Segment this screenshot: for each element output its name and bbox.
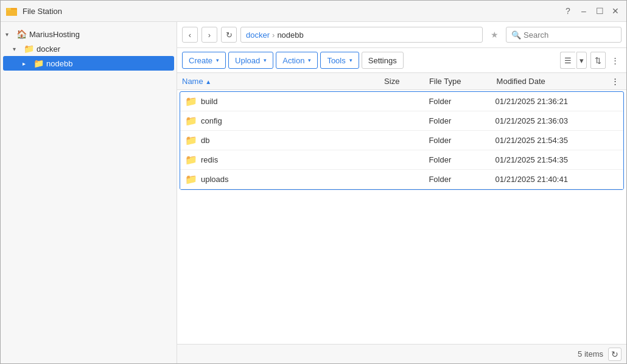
sidebar-label-docker: docker (37, 44, 60, 54)
status-bar: 5 items ↻ (177, 344, 626, 363)
file-name-cell: 📁build (180, 92, 380, 111)
help-button[interactable]: ? (562, 5, 574, 17)
window-title: File Station (23, 7, 557, 16)
file-more[interactable] (601, 150, 623, 170)
bookmark-button[interactable]: ★ (486, 27, 502, 43)
folder-icon-mariushosting: 🏠 (16, 29, 27, 39)
file-modified: 01/21/2025 21:54:35 (491, 131, 601, 150)
action-chevron: ▾ (308, 57, 311, 63)
expand-arrow-mariushosting: ▾ (5, 31, 14, 38)
search-input[interactable] (524, 30, 616, 40)
action-label: Action (282, 56, 304, 65)
maximize-button[interactable]: ☐ (594, 5, 606, 17)
file-more[interactable] (601, 92, 623, 111)
forward-button[interactable]: › (201, 27, 217, 43)
file-name: config (201, 116, 222, 125)
search-box: 🔍 (506, 27, 622, 43)
sidebar-label-nodebb: nodebb (46, 59, 72, 68)
app-window: File Station ? – ☐ ✕ ▾ 🏠 MariusHosting ▾… (0, 0, 627, 364)
file-size (380, 131, 424, 150)
path-bar: docker › nodebb (240, 27, 483, 43)
upload-button[interactable]: Upload ▾ (228, 52, 273, 69)
file-more[interactable] (601, 170, 623, 189)
create-label: Create (189, 56, 212, 65)
search-icon: 🔍 (511, 30, 521, 40)
table-row[interactable]: 📁dbFolder01/21/2025 21:54:35 (180, 131, 623, 150)
sidebar-item-nodebb[interactable]: ▸ 📁 nodebb (3, 56, 174, 71)
folder-icon: 📁 (185, 115, 197, 127)
folder-icon-docker: 📁 (24, 44, 34, 54)
col-size[interactable]: Size (379, 73, 424, 90)
file-more[interactable] (601, 111, 623, 131)
file-size (380, 150, 424, 170)
file-name: uploads (201, 175, 229, 184)
table-row[interactable]: 📁buildFolder01/21/2025 21:36:21 (180, 92, 623, 111)
action-button[interactable]: Action ▾ (276, 52, 318, 69)
col-filetype[interactable]: File Type (424, 73, 492, 90)
col-name[interactable]: Name ▲ (177, 73, 379, 90)
more-columns-button[interactable]: ⋮ (608, 54, 622, 67)
sidebar-item-docker[interactable]: ▾ 📁 docker (1, 41, 177, 56)
file-name-cell: 📁redis (180, 150, 380, 170)
path-part-2[interactable]: nodebb (277, 30, 303, 40)
svg-rect-2 (6, 10, 17, 16)
view-dropdown-button[interactable]: ▾ (576, 52, 587, 69)
tools-button[interactable]: Tools ▾ (320, 52, 359, 69)
path-part-1[interactable]: docker (246, 30, 270, 40)
settings-label: Settings (368, 56, 397, 65)
create-chevron: ▾ (216, 57, 219, 63)
table-row[interactable]: 📁redisFolder01/21/2025 21:54:35 (180, 150, 623, 170)
settings-button[interactable]: Settings (362, 52, 404, 69)
item-count: 5 items (578, 349, 603, 359)
sidebar-item-mariushosting[interactable]: ▾ 🏠 MariusHosting (1, 27, 177, 41)
expand-arrow-nodebb: ▸ (23, 60, 31, 67)
col-more[interactable]: ⋮ (604, 73, 626, 90)
status-refresh-button[interactable]: ↻ (608, 348, 622, 361)
folder-icon: 📁 (185, 154, 197, 166)
refresh-button[interactable]: ↻ (221, 27, 237, 43)
file-size (380, 111, 424, 131)
file-type: Folder (424, 111, 490, 131)
window-controls: ? – ☐ ✕ (562, 5, 622, 17)
minimize-button[interactable]: – (578, 5, 590, 17)
folder-icon: 📁 (185, 135, 197, 146)
file-modified: 01/21/2025 21:36:03 (491, 111, 601, 131)
sort-button[interactable]: ⇅ (590, 52, 606, 69)
file-name: redis (201, 155, 218, 164)
svg-rect-3 (7, 8, 11, 10)
table-row[interactable]: 📁configFolder01/21/2025 21:36:03 (180, 111, 623, 131)
file-more[interactable] (601, 131, 623, 150)
main-panel: ‹ › ↻ docker › nodebb ★ 🔍 Create ▾ (177, 22, 626, 363)
list-view-button[interactable]: ☰ (560, 52, 575, 69)
file-name-cell: 📁db (180, 131, 380, 150)
file-name: db (201, 136, 209, 145)
title-bar: File Station ? – ☐ ✕ (1, 1, 626, 22)
toolbar: Create ▾ Upload ▾ Action ▾ Tools ▾ Setti… (177, 48, 626, 73)
file-list-container: Name ▲ Size File Type Modified Date ⋮ 📁b… (177, 73, 626, 344)
upload-label: Upload (235, 56, 260, 65)
selection-outline: 📁buildFolder01/21/2025 21:36:21📁configFo… (180, 91, 624, 190)
folder-icon-nodebb: 📁 (33, 58, 44, 68)
main-content: ▾ 🏠 MariusHosting ▾ 📁 docker ▸ 📁 nodebb … (1, 22, 626, 363)
folder-icon: 📁 (185, 96, 197, 107)
file-modified: 01/21/2025 21:54:35 (491, 150, 601, 170)
table-row[interactable]: 📁uploadsFolder01/21/2025 21:40:41 (180, 170, 623, 189)
col-modified[interactable]: Modified Date (492, 73, 604, 90)
close-button[interactable]: ✕ (609, 5, 622, 17)
create-button[interactable]: Create ▾ (182, 52, 226, 69)
file-modified: 01/21/2025 21:40:41 (491, 170, 601, 189)
sidebar: ▾ 🏠 MariusHosting ▾ 📁 docker ▸ 📁 nodebb (1, 22, 177, 363)
file-type: Folder (424, 131, 490, 150)
path-separator: › (272, 30, 275, 40)
nav-bar: ‹ › ↻ docker › nodebb ★ 🔍 (177, 22, 626, 48)
upload-chevron: ▾ (264, 57, 267, 63)
file-type: Folder (424, 170, 490, 189)
file-modified: 01/21/2025 21:36:21 (491, 92, 601, 111)
expand-arrow-docker: ▾ (13, 46, 21, 52)
folder-icon: 📁 (185, 173, 197, 185)
tools-label: Tools (327, 56, 345, 65)
back-button[interactable]: ‹ (182, 27, 198, 43)
file-rows-table: 📁buildFolder01/21/2025 21:36:21📁configFo… (180, 92, 623, 189)
file-size (380, 170, 424, 189)
file-name-cell: 📁config (180, 111, 380, 131)
